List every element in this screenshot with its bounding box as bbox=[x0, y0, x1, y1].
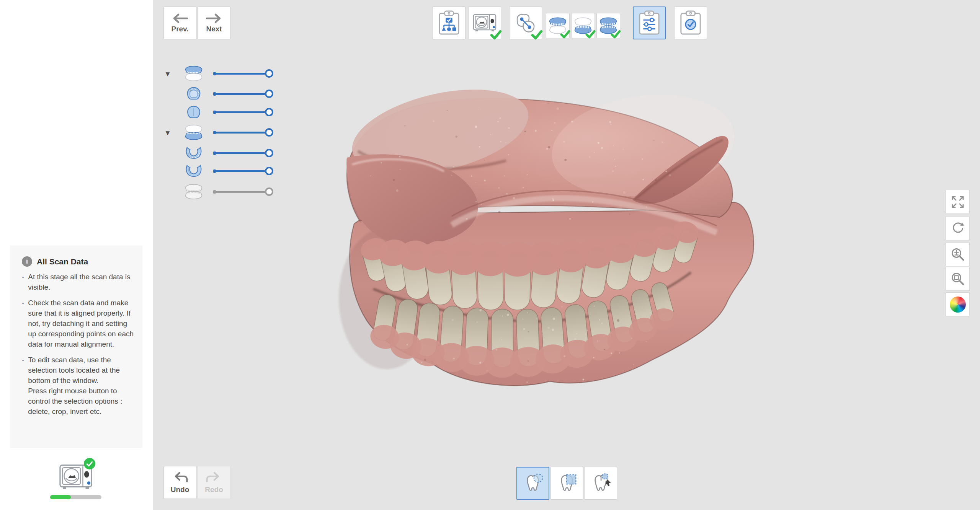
zoom-button[interactable] bbox=[946, 242, 970, 266]
prev-label: Prev. bbox=[171, 25, 188, 33]
redo-button[interactable]: Redo bbox=[198, 466, 230, 499]
fit-view-button[interactable] bbox=[946, 190, 970, 214]
magnifier-plus-minus-icon bbox=[950, 247, 965, 262]
zoom-region-button[interactable] bbox=[946, 267, 970, 291]
clipboard-tree-icon bbox=[438, 10, 460, 36]
workflow-step-treatment-info[interactable] bbox=[433, 7, 466, 39]
maxilla-base-icon[interactable] bbox=[175, 104, 213, 120]
rotate-icon bbox=[950, 221, 965, 236]
layer-row-maxilla-scan: ▾ bbox=[161, 85, 283, 102]
clipboard-sliders-icon bbox=[638, 10, 660, 36]
prev-button[interactable]: Prev. bbox=[163, 7, 196, 39]
info-panel-title: All Scan Data bbox=[37, 257, 88, 266]
arrow-right-icon bbox=[205, 13, 223, 24]
stage-progress-fill bbox=[50, 495, 71, 499]
tooth-polygon-icon bbox=[589, 472, 612, 494]
slider-handle[interactable] bbox=[265, 149, 273, 157]
arrow-left-icon bbox=[171, 13, 189, 24]
opacity-slider[interactable] bbox=[214, 166, 269, 176]
workflow-step-confirmation[interactable] bbox=[674, 7, 707, 39]
layer-row-maxilla-group: ▾ bbox=[161, 65, 283, 82]
clipboard-check-icon bbox=[679, 10, 702, 36]
slider-handle[interactable] bbox=[265, 187, 273, 196]
tooth-lasso-icon bbox=[521, 472, 545, 494]
info-bullet: -Check the scan data and make sure that … bbox=[22, 298, 134, 350]
undo-button[interactable]: Undo bbox=[163, 466, 196, 499]
expand-arrows-icon bbox=[950, 194, 965, 210]
stage-complete-check-icon bbox=[84, 458, 95, 469]
workflow-step-maxilla[interactable] bbox=[546, 13, 570, 38]
workflow-step-mandible[interactable] bbox=[571, 13, 595, 38]
expander-toggle[interactable]: ▾ bbox=[161, 129, 175, 137]
reset-rotation-button[interactable] bbox=[946, 216, 970, 240]
layer-row-occlusion: ▾ bbox=[161, 183, 283, 200]
maxilla-occlusion-icon[interactable] bbox=[175, 65, 213, 82]
scanner-icon bbox=[473, 13, 497, 33]
workflow-step-all-scan-data[interactable] bbox=[633, 7, 666, 39]
workflow-step-data-alignment[interactable] bbox=[509, 7, 542, 39]
mandible-denture-icon bbox=[573, 16, 593, 35]
opacity-slider[interactable] bbox=[214, 69, 269, 78]
expander-toggle[interactable]: ▾ bbox=[161, 70, 175, 78]
next-label: Next bbox=[206, 25, 222, 33]
layer-row-mandible-base: ▾ bbox=[161, 163, 283, 179]
rainbow-sphere-icon bbox=[950, 297, 966, 313]
opacity-slider[interactable] bbox=[214, 187, 269, 196]
mandible-base-icon[interactable] bbox=[175, 164, 213, 178]
undo-arrow-icon bbox=[171, 471, 189, 484]
next-button[interactable]: Next bbox=[198, 7, 230, 39]
redo-arrow-icon bbox=[205, 471, 223, 484]
layer-row-mandible-scan: ▾ bbox=[161, 145, 283, 161]
occlusion-denture-icon bbox=[599, 16, 618, 35]
info-bullet: -At this stage all the scan data is visi… bbox=[22, 272, 134, 293]
stage-progress-bar bbox=[50, 495, 101, 499]
align-points-icon bbox=[514, 11, 537, 34]
polygon-selection-tool[interactable] bbox=[584, 467, 617, 500]
tooth-rectangle-icon bbox=[555, 472, 579, 494]
workflow-step-scan-acquisition[interactable] bbox=[468, 7, 501, 39]
opacity-slider[interactable] bbox=[214, 148, 269, 158]
opacity-slider[interactable] bbox=[214, 108, 269, 117]
slider-handle[interactable] bbox=[265, 167, 273, 175]
undo-label: Undo bbox=[171, 486, 189, 494]
info-panel: i All Scan Data -At this stage all the s… bbox=[10, 246, 142, 448]
info-icon: i bbox=[22, 256, 32, 267]
app-window: Prev. Next bbox=[0, 0, 980, 510]
opacity-slider[interactable] bbox=[214, 128, 269, 137]
mandible-occlusion-icon[interactable] bbox=[175, 124, 213, 141]
slider-handle[interactable] bbox=[265, 90, 273, 98]
guide-sidebar: i All Scan Data -At this stage all the s… bbox=[0, 0, 153, 510]
slider-handle[interactable] bbox=[265, 128, 273, 137]
slider-handle[interactable] bbox=[265, 69, 273, 78]
info-bullet: -To edit scan data, use the selection to… bbox=[22, 355, 134, 417]
layer-row-maxilla-base: ▾ bbox=[161, 104, 283, 121]
workflow-step-occlusion[interactable] bbox=[596, 13, 620, 38]
occlusion-gray-icon[interactable] bbox=[175, 183, 213, 200]
layer-row-mandible-group: ▾ bbox=[161, 124, 283, 141]
slider-handle[interactable] bbox=[265, 108, 273, 116]
color-map-button[interactable] bbox=[946, 292, 970, 316]
lasso-selection-tool[interactable] bbox=[516, 467, 549, 500]
rectangle-selection-tool[interactable] bbox=[550, 467, 583, 500]
mandible-occlusal-icon[interactable] bbox=[175, 146, 213, 160]
redo-label: Redo bbox=[205, 486, 223, 494]
maxilla-occlusal-icon[interactable] bbox=[175, 86, 213, 101]
opacity-slider[interactable] bbox=[214, 89, 269, 98]
magnifier-region-icon bbox=[950, 271, 965, 287]
maxilla-denture-icon bbox=[548, 16, 567, 35]
